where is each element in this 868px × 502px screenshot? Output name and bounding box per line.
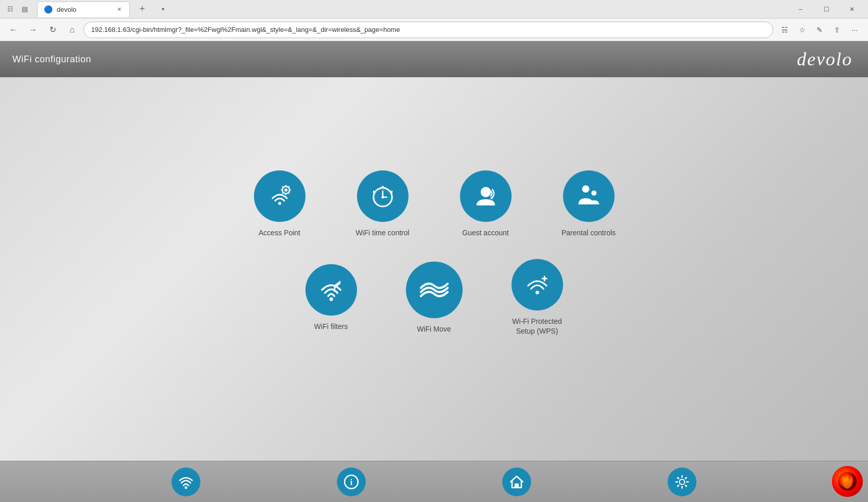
bottom-settings-btn[interactable]	[668, 468, 696, 496]
wifi-filters-svg	[317, 275, 346, 304]
nav-actions: ☵ ☆ ✎ ⇪ ···	[776, 22, 863, 38]
main-grid: Access Point	[0, 77, 868, 461]
svg-point-34	[679, 479, 685, 484]
page-header: WiFi configuration devolo	[0, 41, 868, 77]
svg-line-9	[282, 193, 283, 194]
wps-label: Wi-Fi ProtectedSetup (WPS)	[512, 317, 561, 337]
parental-controls-label: Parental controls	[561, 228, 616, 238]
wps-svg	[523, 270, 552, 299]
forward-btn[interactable]: →	[25, 22, 41, 38]
svg-text:i: i	[350, 478, 353, 487]
guest-account-icon-circle[interactable]	[460, 170, 512, 222]
tab-favicon: 🔵	[44, 5, 53, 13]
wps-item[interactable]: Wi-Fi ProtectedSetup (WPS)	[506, 259, 568, 337]
svg-point-27	[535, 290, 539, 294]
wifi-move-icon-circle[interactable]	[406, 262, 463, 318]
wifi-time-control-item[interactable]: WiFi time control	[352, 170, 414, 238]
wifi-move-label: WiFi Move	[417, 324, 451, 335]
bottom-home-btn[interactable]	[502, 468, 531, 496]
title-bar: ☷ ▤ 🔵 devolo ✕ + ▾ – ☐ ✕	[0, 0, 868, 19]
favorites-btn[interactable]: ☆	[794, 22, 810, 38]
more-btn[interactable]: ···	[846, 22, 863, 38]
devolo-logo: devolo	[797, 48, 853, 70]
svg-point-22	[582, 185, 589, 193]
tab-list-btn[interactable]: ▤	[19, 3, 31, 15]
restore-btn[interactable]: ☐	[814, 2, 838, 17]
share-btn[interactable]: ⇪	[829, 22, 845, 38]
browser-tab[interactable]: 🔵 devolo ✕	[37, 2, 130, 17]
svg-point-23	[591, 191, 597, 196]
bottom-settings-icon	[674, 474, 690, 490]
browser-frame: ☷ ▤ 🔵 devolo ✕ + ▾ – ☐ ✕ ← → ↻ ⌂ 192.168…	[0, 0, 868, 502]
refresh-btn[interactable]: ↻	[44, 22, 61, 38]
tab-dropdown-btn[interactable]: ▾	[157, 3, 169, 15]
svg-point-30	[184, 486, 187, 489]
svg-rect-14	[382, 186, 384, 188]
home-btn[interactable]: ⌂	[64, 22, 80, 38]
window-controls: – ☐ ✕	[789, 2, 864, 17]
svg-line-7	[282, 187, 283, 188]
guest-account-svg	[471, 182, 500, 211]
wifi-move-item[interactable]: WiFi Move	[403, 262, 465, 335]
wifi-filters-item[interactable]: WiFi filters	[300, 264, 362, 332]
parental-controls-item[interactable]: Parental controls	[558, 170, 620, 238]
bottom-info-icon: i	[344, 474, 359, 490]
wifi-time-control-icon-circle[interactable]	[357, 170, 409, 222]
icon-row-1: Access Point	[249, 170, 620, 238]
reading-view-btn[interactable]: ☵	[776, 22, 793, 38]
bottom-info-btn[interactable]: i	[337, 468, 366, 496]
icon-row-2: WiFi filters WiFi Move	[300, 259, 568, 337]
wifi-time-control-svg	[368, 182, 397, 211]
access-point-label: Access Point	[259, 228, 300, 238]
access-point-item[interactable]: Access Point	[249, 170, 311, 238]
parental-controls-icon-circle[interactable]	[563, 170, 615, 222]
wps-icon-circle[interactable]	[512, 259, 563, 310]
wifi-move-svg	[417, 272, 452, 307]
svg-point-20	[481, 187, 491, 197]
svg-point-2	[284, 188, 287, 192]
page-content: WiFi configuration devolo	[0, 41, 868, 502]
page-title: WiFi configuration	[12, 54, 91, 65]
svg-point-21	[490, 197, 492, 199]
tab-menu-btn[interactable]: ☷	[4, 3, 16, 15]
svg-rect-15	[373, 191, 375, 193]
svg-point-24	[329, 297, 333, 301]
svg-point-0	[278, 202, 281, 205]
taskbar-corner-icon[interactable]	[832, 466, 863, 497]
guest-account-label: Guest account	[462, 228, 508, 238]
nav-bar: ← → ↻ ⌂ 192.168.1.63/cgi-bin/htmlmgr?_fi…	[0, 19, 868, 41]
access-point-icon-circle[interactable]	[254, 170, 305, 222]
address-bar[interactable]: 192.168.1.63/cgi-bin/htmlmgr?_file=%2Fwg…	[83, 22, 773, 38]
back-btn[interactable]: ←	[5, 22, 22, 38]
wifi-filters-label: WiFi filters	[314, 322, 348, 332]
reading-list-btn[interactable]: ✎	[811, 22, 828, 38]
new-tab-btn[interactable]: +	[134, 2, 150, 17]
guest-account-item[interactable]: Guest account	[455, 170, 517, 238]
close-btn[interactable]: ✕	[840, 2, 864, 17]
svg-rect-33	[515, 483, 519, 488]
bottom-home-icon	[509, 474, 524, 490]
wifi-time-control-label: WiFi time control	[355, 228, 409, 238]
svg-rect-26	[334, 287, 335, 292]
wifi-filters-icon-circle[interactable]	[305, 264, 357, 316]
parental-controls-svg	[574, 182, 603, 211]
bottom-wifi-btn[interactable]	[172, 468, 200, 496]
bottom-wifi-icon	[178, 474, 194, 490]
svg-line-8	[288, 193, 290, 194]
bottom-toolbar: i	[0, 461, 868, 502]
minimize-btn[interactable]: –	[789, 2, 812, 17]
tab-close-btn[interactable]: ✕	[115, 5, 123, 13]
svg-point-19	[381, 196, 384, 199]
tab-title: devolo	[57, 6, 76, 13]
svg-rect-16	[391, 191, 393, 193]
svg-line-10	[288, 187, 290, 188]
access-point-svg	[265, 182, 294, 211]
taskbar-corner-svg	[837, 471, 858, 492]
